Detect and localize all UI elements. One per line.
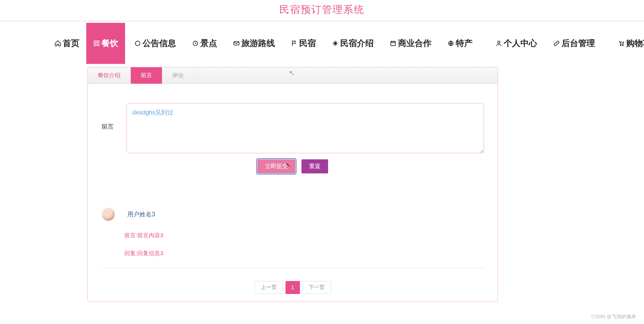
comment-list: 用户姓名3 留言:留言内容3 回复:回复信息3 上一页 1 下一页 xyxy=(88,177,498,302)
page-next[interactable]: 下一页 xyxy=(302,281,331,294)
grid-icon xyxy=(93,40,100,47)
submit-label: 立即提交 xyxy=(265,163,288,169)
nav-label: 特产 xyxy=(456,38,473,49)
page-current[interactable]: 1 xyxy=(286,281,300,294)
nav-label: 后台管理 xyxy=(562,38,595,49)
comment-username: 用户姓名3 xyxy=(127,211,155,219)
calendar-icon xyxy=(390,40,397,47)
divider xyxy=(0,21,644,21)
pagination: 上一页 1 下一页 xyxy=(102,268,484,298)
svg-rect-7 xyxy=(391,41,395,46)
comment-message: 留言:留言内容3 xyxy=(124,232,484,239)
nav-homestay[interactable]: 民宿 xyxy=(284,23,323,64)
clock-icon xyxy=(192,40,199,47)
svg-rect-0 xyxy=(94,41,96,43)
mouse-cursor-icon: ↖ xyxy=(286,162,291,168)
link-icon xyxy=(553,40,560,47)
tab-intro[interactable]: 餐饮介绍 xyxy=(88,67,131,84)
mail-icon xyxy=(233,40,240,47)
nav-announce[interactable]: 公告信息 xyxy=(127,23,183,64)
flag-icon xyxy=(291,40,298,47)
submit-button[interactable]: 立即提交 ↖ xyxy=(257,159,295,173)
nav-label: 个人中心 xyxy=(504,38,537,49)
cursor-indicator-icon: ↖ xyxy=(289,69,295,77)
avatar xyxy=(102,208,115,221)
content-panel: 餐饮介绍 留言 评论 ↖ 留言 立即提交 ↖ 重置 用户姓名3 留言:留言内容3… xyxy=(87,67,498,302)
svg-point-10 xyxy=(620,45,621,46)
tab-bar: 餐饮介绍 留言 评论 ↖ xyxy=(88,67,498,84)
comment-item: 用户姓名3 xyxy=(102,208,484,221)
message-textarea[interactable] xyxy=(127,103,484,153)
nav-user-center[interactable]: 个人中心 xyxy=(489,23,544,64)
nav-admin[interactable]: 后台管理 xyxy=(546,23,602,64)
message-label: 留言 xyxy=(102,103,116,131)
message-form: 留言 立即提交 ↖ 重置 xyxy=(88,84,498,177)
main-nav: 首页 餐饮 公告信息 景点 旅游路线 民宿 民宿介绍 商业合作 特产 个人中心 … xyxy=(0,23,644,64)
home-icon xyxy=(54,40,61,47)
nav-dining[interactable]: 餐饮 xyxy=(86,23,125,64)
site-title: 民宿预订管理系统 xyxy=(0,0,644,21)
nav-label: 景点 xyxy=(200,38,217,49)
svg-point-3 xyxy=(97,44,99,46)
nav-cart[interactable]: 购物车 xyxy=(611,23,644,64)
svg-rect-1 xyxy=(97,41,99,43)
circle-icon xyxy=(134,40,141,47)
nav-label: 旅游路线 xyxy=(241,38,275,49)
svg-point-4 xyxy=(135,41,140,46)
tab-comment[interactable]: 评论 xyxy=(162,67,194,84)
nav-business[interactable]: 商业合作 xyxy=(383,23,438,64)
nav-routes[interactable]: 旅游路线 xyxy=(226,23,282,64)
nav-label: 购物车 xyxy=(626,38,644,49)
page-prev[interactable]: 上一页 xyxy=(254,281,283,294)
svg-rect-2 xyxy=(94,44,96,46)
nav-homestay-intro[interactable]: 民宿介绍 xyxy=(325,23,381,64)
globe-icon xyxy=(447,40,454,47)
nav-label: 民宿介绍 xyxy=(340,38,374,49)
nav-label: 民宿 xyxy=(299,38,316,49)
nav-spots[interactable]: 景点 xyxy=(185,23,224,64)
nav-home[interactable]: 首页 xyxy=(48,23,86,64)
nav-label: 商业合作 xyxy=(398,38,431,49)
nav-label: 餐饮 xyxy=(102,38,118,49)
comment-reply: 回复:回复信息3 xyxy=(124,250,484,257)
watermark: CSDN @飞翔的佩奇 xyxy=(591,313,636,320)
tab-message[interactable]: 留言 xyxy=(131,67,162,84)
user-icon xyxy=(495,40,502,47)
reset-button[interactable]: 重置 xyxy=(301,159,328,173)
svg-point-9 xyxy=(498,41,500,43)
snowflake-icon xyxy=(332,40,339,47)
svg-point-11 xyxy=(622,45,623,46)
nav-label: 公告信息 xyxy=(143,38,176,49)
nav-label: 首页 xyxy=(63,38,79,49)
cart-icon xyxy=(618,40,625,47)
nav-specialty[interactable]: 特产 xyxy=(441,23,479,64)
